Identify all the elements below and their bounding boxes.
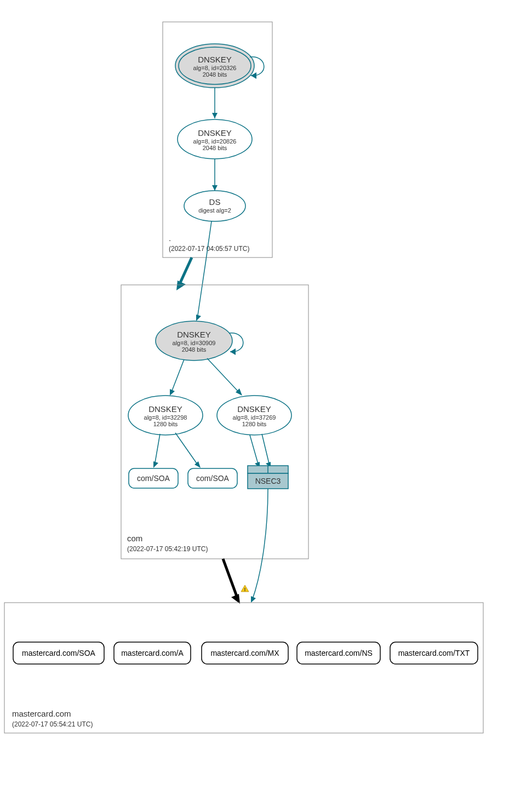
arrow-root-ksk-zsk <box>212 113 218 118</box>
edge-zsk2-nsec3-a <box>250 435 259 466</box>
root-ds-title: DS <box>209 197 221 207</box>
node-root-ksk[interactable]: DNSKEY alg=8, id=20326 2048 bits <box>175 44 254 88</box>
mastercard-ns-label: mastercard.com/NS <box>305 649 373 657</box>
edge-root-to-com-delegation <box>180 257 192 284</box>
com-ksk-line2: 2048 bits <box>182 346 207 353</box>
mastercard-soa-label: mastercard.com/SOA <box>22 649 95 657</box>
nsec3-label: NSEC3 <box>255 477 281 485</box>
node-com-soa2[interactable]: com/SOA <box>188 468 237 488</box>
root-zsk-line2: 2048 bits <box>203 145 227 151</box>
edge-zsk1-soa2 <box>175 433 198 466</box>
arrow-ds-to-com-ksk <box>196 314 201 321</box>
root-zsk-title: DNSKEY <box>198 128 232 138</box>
com-ksk-line1: alg=8, id=30909 <box>173 340 216 346</box>
node-mastercard-txt[interactable]: mastercard.com/TXT <box>390 642 478 664</box>
node-root-zsk[interactable]: DNSKEY alg=8, id=20826 2048 bits <box>178 119 252 159</box>
zone-root-timestamp: (2022-07-17 04:05:57 UTC) <box>169 245 249 253</box>
root-ksk-line1: alg=8, id=20326 <box>193 65 237 71</box>
root-zsk-line1: alg=8, id=20826 <box>193 138 237 145</box>
root-ksk-title: DNSKEY <box>198 55 232 64</box>
com-zsk2-title: DNSKEY <box>237 404 271 414</box>
edge-ds-to-com-ksk <box>197 221 211 319</box>
com-zsk2-line1: alg=8, id=37269 <box>233 414 276 421</box>
arrow-zsk1-soa2 <box>195 461 201 468</box>
edge-zsk2-nsec3-b <box>262 434 270 466</box>
zone-com-label: com <box>127 534 142 543</box>
node-nsec3[interactable]: NSEC3 <box>248 466 288 489</box>
zone-root-label: . <box>169 233 171 243</box>
edge-nsec3-to-mastercard <box>252 489 268 600</box>
com-soa2-label: com/SOA <box>196 474 230 483</box>
zone-mastercard-box <box>4 603 483 733</box>
edge-com-ksk-zsk1 <box>171 359 184 393</box>
zone-com-timestamp: (2022-07-17 05:42:19 UTC) <box>127 545 208 553</box>
edge-com-to-mastercard-delegation <box>223 559 237 596</box>
arrow-root-zsk-ds <box>212 185 218 191</box>
arrow-zsk1-soa1 <box>153 461 158 468</box>
edge-com-ksk-zsk2 <box>207 358 240 393</box>
com-zsk1-line2: 1280 bits <box>153 421 178 427</box>
mastercard-txt-label: mastercard.com/TXT <box>398 649 470 657</box>
arrow-com-ksk-selfloop <box>230 348 236 355</box>
com-ksk-title: DNSKEY <box>177 330 211 339</box>
root-ksk-line2: 2048 bits <box>203 71 227 78</box>
node-mastercard-soa[interactable]: mastercard.com/SOA <box>13 642 104 664</box>
mastercard-mx-label: mastercard.com/MX <box>210 649 279 657</box>
node-com-ksk[interactable]: DNSKEY alg=8, id=30909 2048 bits <box>156 321 232 360</box>
mastercard-a-label: mastercard.com/A <box>121 649 184 657</box>
svg-text:!: ! <box>244 587 246 592</box>
warning-icon: ! <box>241 585 249 592</box>
root-ds-line1: digest alg=2 <box>198 207 231 214</box>
edge-zsk1-soa1 <box>155 434 160 466</box>
node-mastercard-ns[interactable]: mastercard.com/NS <box>297 642 380 664</box>
com-zsk2-line2: 1280 bits <box>242 421 267 427</box>
node-com-zsk2[interactable]: DNSKEY alg=8, id=37269 1280 bits <box>217 396 291 435</box>
node-com-zsk1[interactable]: DNSKEY alg=8, id=32298 1280 bits <box>128 396 203 435</box>
com-zsk1-line1: alg=8, id=32298 <box>144 414 187 421</box>
com-zsk1-title: DNSKEY <box>148 404 182 414</box>
node-mastercard-mx[interactable]: mastercard.com/MX <box>202 642 288 664</box>
com-soa1-label: com/SOA <box>137 474 170 483</box>
zone-mastercard-label: mastercard.com <box>12 709 71 718</box>
arrow-com-to-mastercard-delegation <box>231 594 240 604</box>
node-root-ds[interactable]: DS digest alg=2 <box>184 191 245 221</box>
zone-mastercard-timestamp: (2022-07-17 05:54:21 UTC) <box>12 720 93 728</box>
node-com-soa1[interactable]: com/SOA <box>129 468 178 488</box>
node-mastercard-a[interactable]: mastercard.com/A <box>114 642 191 664</box>
